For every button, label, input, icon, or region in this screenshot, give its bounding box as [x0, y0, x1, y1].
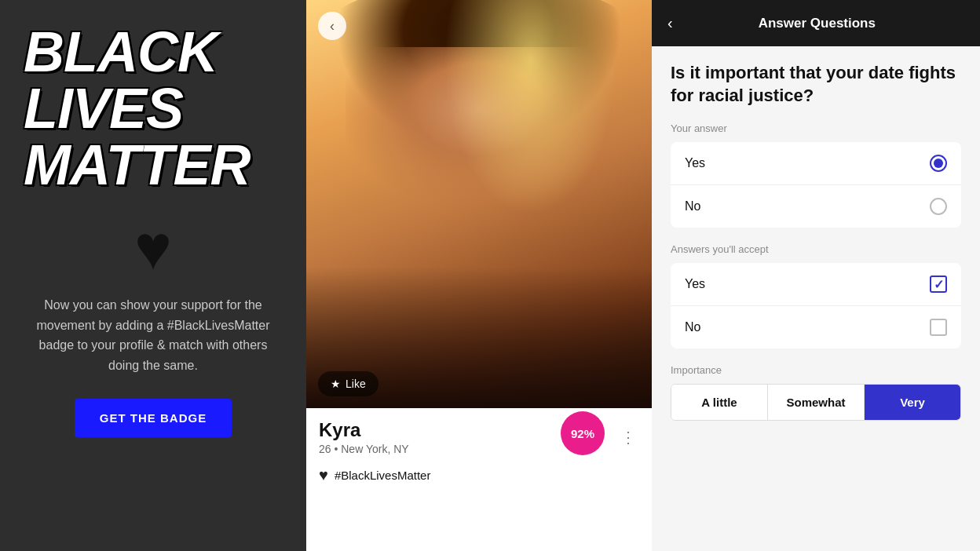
radio-yes[interactable]: [930, 155, 947, 172]
right-header-title: Answer Questions: [686, 16, 949, 31]
checkmark-icon: ✓: [934, 277, 944, 292]
profile-tags: ♥ #BlackLivesMatter: [306, 463, 652, 492]
right-panel: ‹ Answer Questions Is it important that …: [652, 0, 980, 551]
accept-yes-label: Yes: [685, 277, 705, 291]
importance-buttons: A little Somewhat Very: [671, 384, 961, 421]
match-percent: 92%: [561, 411, 605, 455]
importance-label: Importance: [671, 364, 961, 376]
profile-name-age: Kyra 26 • New York, NY: [319, 419, 409, 455]
profile-info: Kyra 26 • New York, NY 92% ⋮: [306, 408, 652, 463]
radio-yes-inner: [934, 159, 943, 168]
profile-location: 26 • New York, NY: [319, 443, 409, 455]
your-answer-box: Yes No: [671, 142, 961, 228]
more-button[interactable]: ⋮: [617, 428, 639, 447]
profile-name: Kyra: [319, 419, 409, 441]
star-icon: ★: [331, 378, 341, 390]
heart-icon: ♥: [134, 217, 172, 279]
importance-section: Importance A little Somewhat Very: [671, 364, 961, 421]
your-answer-label: Your answer: [671, 122, 961, 134]
checkbox-no[interactable]: [930, 319, 947, 336]
tag-heart-icon: ♥: [319, 466, 328, 484]
answer-yes-label: Yes: [685, 156, 705, 170]
back-button[interactable]: ‹: [318, 12, 346, 40]
middle-panel: ‹ ★ Like Kyra 26 • New York, NY 92% ⋮ ♥ …: [306, 0, 652, 551]
answer-yes-row[interactable]: Yes: [671, 142, 961, 185]
radio-no[interactable]: [930, 198, 947, 215]
accept-answer-box: Yes ✓ No: [671, 263, 961, 348]
question-text: Is it important that your date fights fo…: [671, 62, 961, 107]
importance-alittle[interactable]: A little: [671, 385, 768, 420]
blm-description: Now you can show your support for the mo…: [24, 295, 283, 375]
checkbox-yes[interactable]: ✓: [930, 276, 947, 293]
blm-title: BLACK LIVES MATTER: [24, 24, 250, 193]
importance-very[interactable]: Very: [865, 385, 960, 420]
answer-no-label: No: [685, 199, 700, 213]
like-label: Like: [346, 378, 366, 390]
answer-no-row[interactable]: No: [671, 185, 961, 228]
profile-photo: ‹ ★ Like: [306, 0, 652, 408]
profile-tag: #BlackLivesMatter: [335, 469, 431, 482]
accept-yes-row[interactable]: Yes ✓: [671, 263, 961, 306]
left-panel: BLACK LIVES MATTER ♥ Now you can show yo…: [0, 0, 306, 551]
accept-no-row[interactable]: No: [671, 306, 961, 348]
accept-no-label: No: [685, 320, 700, 334]
right-content: Is it important that your date fights fo…: [652, 46, 980, 551]
right-back-button[interactable]: ‹: [667, 14, 673, 32]
like-button[interactable]: ★ Like: [318, 371, 378, 396]
importance-somewhat[interactable]: Somewhat: [768, 385, 865, 420]
get-badge-button[interactable]: GET THE BADGE: [75, 399, 232, 437]
accept-label: Answers you'll accept: [671, 243, 961, 255]
right-header: ‹ Answer Questions: [652, 0, 980, 46]
